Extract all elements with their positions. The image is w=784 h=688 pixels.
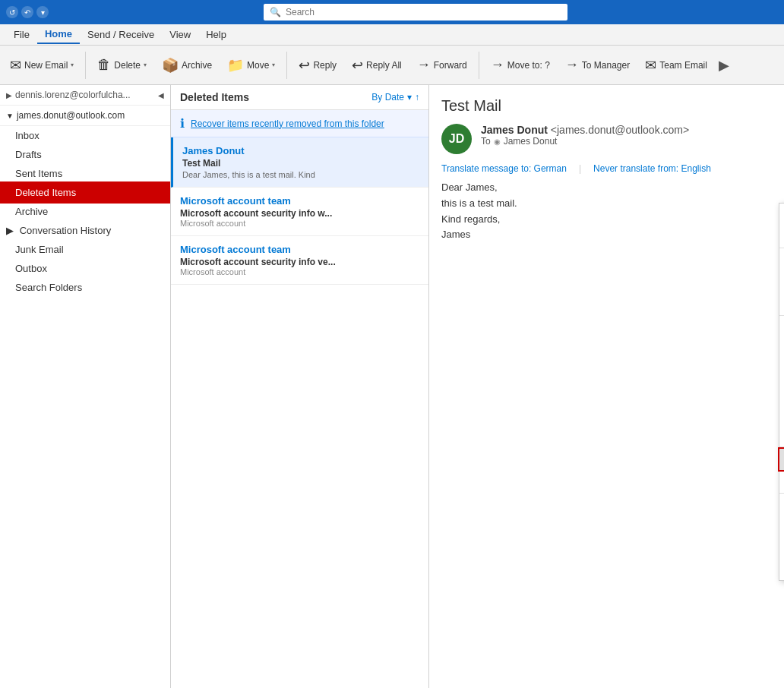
reply-icon: ↩ xyxy=(299,57,310,74)
email-meta-1: Microsoft account xyxy=(180,219,419,228)
context-menu: 📋 Copy 🖨 Quick Print ↩ Reply ↩ Reply All… xyxy=(779,203,784,581)
info-icon: ℹ xyxy=(180,116,185,131)
email-list-panel: Deleted Items By Date ▾ ↑ ℹ Recover item… xyxy=(171,85,429,688)
ctx-quick-steps[interactable]: ⚡ Quick Steps ▶ xyxy=(779,381,784,402)
sidebar-folder-drafts[interactable]: Drafts xyxy=(0,145,170,164)
reply-button[interactable]: ↩ Reply xyxy=(292,52,343,79)
sort-direction-icon: ↑ xyxy=(415,92,419,103)
ctx-onenote[interactable]: 📓 OneNote xyxy=(779,470,784,491)
ctx-mark-unread[interactable]: ✉ Mark as Unread xyxy=(779,317,784,339)
recover-banner: ℹ Recover items recently removed from th… xyxy=(171,110,428,137)
folder-title: Deleted Items xyxy=(180,91,249,103)
to-manager-button[interactable]: → To Manager xyxy=(558,52,637,78)
sidebar-folder-deleted[interactable]: Deleted Items xyxy=(0,183,170,202)
sidebar-folder-outbox[interactable]: Outbox xyxy=(0,259,170,278)
refresh-btn[interactable]: ↺ xyxy=(6,6,18,18)
email-list-header: Deleted Items By Date ▾ ↑ xyxy=(171,85,428,110)
sidebar-folder-inbox[interactable]: Inbox xyxy=(0,126,170,145)
sidebar-account-james[interactable]: ▼ james.donut@outlook.com xyxy=(0,106,170,126)
sort-dropdown-icon: ▾ xyxy=(407,92,412,103)
email-from-details: James Donut <james.donut@outlook.com> To… xyxy=(481,124,772,147)
ctx-sep-3 xyxy=(779,447,784,447)
sidebar-folder-archive[interactable]: Archive xyxy=(0,202,170,221)
avatar: JD xyxy=(441,124,472,154)
ctx-forward[interactable]: → Forward xyxy=(779,292,784,314)
reply-all-button[interactable]: ↩ Reply All xyxy=(345,52,409,79)
ctx-categorize[interactable]: 🏷 Categorize ▶ xyxy=(779,339,784,360)
menu-view[interactable]: View xyxy=(162,26,198,43)
ctx-set-quick-actions[interactable]: ⚙ Set Quick Actions... xyxy=(779,402,784,424)
team-email-button[interactable]: ✉ Team Email xyxy=(638,52,714,79)
email-from-name: James Donut <james.donut@outlook.com> xyxy=(481,124,772,136)
move-icon: 📁 xyxy=(227,57,244,74)
ctx-move[interactable]: 📁 Move ▶ xyxy=(779,449,784,470)
ctx-copy[interactable]: 📋 Copy xyxy=(779,204,784,225)
ribbon-sep-1 xyxy=(85,52,86,79)
ctx-junk[interactable]: 🗑 Junk ▶ xyxy=(779,516,784,538)
menu-send-receive[interactable]: Send / Receive xyxy=(80,26,162,43)
sort-control[interactable]: By Date ▾ ↑ xyxy=(371,92,419,103)
ctx-find-related[interactable]: 🔍 Find Related ▶ xyxy=(779,360,784,381)
email-sender-0: James Donut xyxy=(182,145,419,156)
ctx-reply-all[interactable]: ↩ Reply All xyxy=(779,271,784,292)
delete-dropdown-arrow: ▾ xyxy=(144,62,147,68)
sidebar-folder-search[interactable]: Search Folders xyxy=(0,278,170,297)
email-sender-2: Microsoft account team xyxy=(180,244,419,255)
move-dropdown-arrow: ▾ xyxy=(272,62,275,68)
email-preview-0: Dear James, this is a test mail. Kind xyxy=(182,170,419,179)
new-email-icon: ✉ xyxy=(10,57,21,74)
radio-indicator: ◉ xyxy=(494,137,501,146)
delete-button[interactable]: 🗑 Delete ▾ xyxy=(90,52,153,78)
customize-btn[interactable]: ▾ xyxy=(36,6,49,18)
ctx-reply[interactable]: ↩ Reply xyxy=(779,250,784,271)
archive-button[interactable]: 📦 Archive xyxy=(155,52,219,79)
chevron-right-icon-conv: ▶ xyxy=(6,225,17,236)
to-manager-icon: → xyxy=(565,57,579,73)
never-translate-link[interactable]: Never translate from: English xyxy=(593,163,711,174)
sidebar-folder-sent[interactable]: Sent Items xyxy=(0,164,170,183)
email-item-1[interactable]: Microsoft account team Microsoft account… xyxy=(171,188,428,236)
ctx-archive[interactable]: 📦 Archive... xyxy=(779,559,784,580)
sidebar-folder-conversation-history[interactable]: ▶ Conversation History xyxy=(0,221,170,240)
email-subject-0: Test Mail xyxy=(182,158,419,169)
menu-file[interactable]: File xyxy=(6,26,37,43)
search-input[interactable] xyxy=(286,7,561,17)
undo-btn[interactable]: ↶ xyxy=(21,6,33,18)
title-bar: ↺ ↶ ▾ 🔍 xyxy=(0,0,784,24)
ribbon-sep-3 xyxy=(479,52,479,79)
chevron-down-icon-james: ▼ xyxy=(6,112,14,120)
recover-link[interactable]: Recover items recently removed from this… xyxy=(191,118,384,129)
forward-button[interactable]: → Forward xyxy=(410,52,474,78)
move-button[interactable]: 📁 Move ▾ xyxy=(220,52,282,79)
delete-icon: 🗑 xyxy=(97,57,111,73)
menu-home[interactable]: Home xyxy=(37,25,80,44)
main-layout: ▶ dennis.lorenz@colorfulcha... ◀ ▼ james… xyxy=(0,85,784,688)
forward-icon: → xyxy=(417,57,431,73)
ribbon-more-button[interactable]: ▶ xyxy=(719,57,729,74)
ctx-ignore[interactable]: 🚫 Ignore xyxy=(779,495,784,516)
email-to-line: To ◉ James Donut xyxy=(481,136,772,147)
menu-bar: File Home Send / Receive View Help xyxy=(0,24,784,46)
email-meta-2: Microsoft account xyxy=(180,267,419,276)
new-email-button[interactable]: ✉ New Email ▾ xyxy=(3,52,81,79)
email-item-0[interactable]: James Donut Test Mail Dear James, this i… xyxy=(171,137,428,188)
search-icon: 🔍 xyxy=(270,7,281,17)
sidebar: ▶ dennis.lorenz@colorfulcha... ◀ ▼ james… xyxy=(0,85,171,688)
email-item-2[interactable]: Microsoft account team Microsoft account… xyxy=(171,236,428,285)
reading-pane: Test Mail JD James Donut <james.donut@ou… xyxy=(429,85,784,688)
menu-help[interactable]: Help xyxy=(198,26,234,43)
email-subject-1: Microsoft account security info w... xyxy=(180,208,419,219)
email-subject-2: Microsoft account security info ve... xyxy=(180,257,419,267)
chevron-right-icon: ▶ xyxy=(6,91,12,99)
translate-link[interactable]: Translate message to: German xyxy=(441,163,567,174)
collapse-icon: ◀ xyxy=(158,91,164,99)
ctx-quick-print[interactable]: 🖨 Quick Print xyxy=(779,225,784,246)
search-box[interactable]: 🔍 xyxy=(264,4,567,21)
move-to-button[interactable]: → Move to: ? xyxy=(484,52,557,78)
sidebar-account-dennis[interactable]: ▶ dennis.lorenz@colorfulcha... ◀ xyxy=(0,85,170,106)
ctx-rules[interactable]: 📋 Rules ▶ xyxy=(779,424,784,445)
sidebar-folder-junk[interactable]: Junk Email xyxy=(0,240,170,259)
ctx-delete[interactable]: 🗑 Delete xyxy=(779,538,784,559)
email-reading-subject: Test Mail xyxy=(441,97,772,115)
ctx-sep-1 xyxy=(779,248,784,248)
